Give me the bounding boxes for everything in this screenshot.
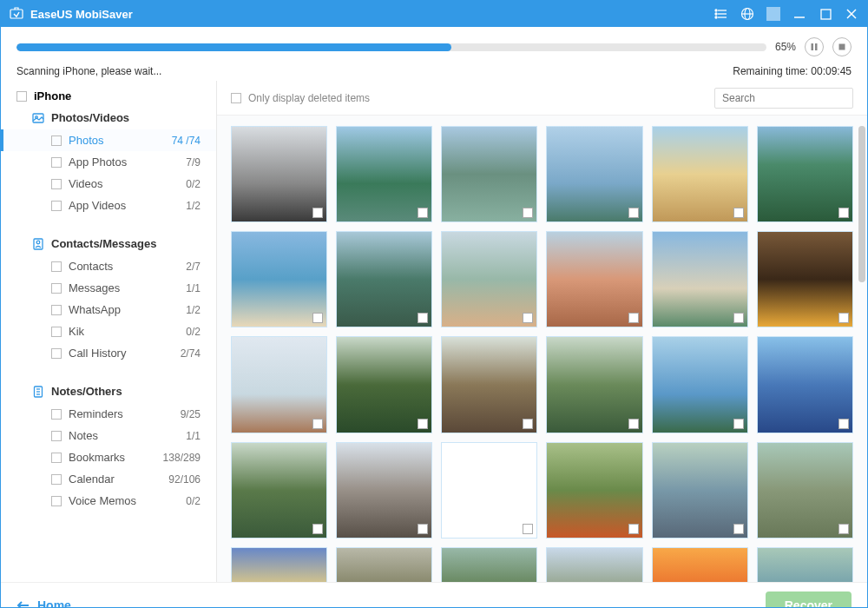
photo-thumbnail[interactable]: [441, 126, 537, 222]
photo-thumbnail[interactable]: [231, 126, 327, 222]
sidebar-item-notes[interactable]: Notes1/1: [1, 425, 216, 446]
checkbox[interactable]: [51, 431, 62, 441]
sidebar-item-bookmarks[interactable]: Bookmarks138/289: [1, 446, 216, 468]
globe-icon[interactable]: [740, 7, 754, 21]
checkbox[interactable]: [51, 474, 62, 485]
photo-thumbnail[interactable]: [757, 547, 853, 582]
photo-thumbnail[interactable]: [652, 126, 748, 222]
sidebar-item-contacts[interactable]: Contacts2/7: [1, 255, 216, 277]
photo-thumbnail[interactable]: [231, 442, 327, 539]
sidebar-item-photos[interactable]: Photos74 /74: [1, 129, 216, 151]
category-photos-videos[interactable]: Photos/Videos: [1, 106, 216, 129]
photo-thumbnail[interactable]: [757, 336, 853, 433]
thumbnail-checkbox[interactable]: [838, 419, 849, 429]
category-contacts-messages[interactable]: Contacts/Messages: [1, 232, 216, 255]
checkbox[interactable]: [51, 453, 62, 463]
thumbnail-checkbox[interactable]: [838, 524, 849, 534]
sidebar-item-videos[interactable]: Videos0/2: [1, 173, 216, 195]
photo-thumbnail[interactable]: [441, 336, 537, 433]
photo-thumbnail[interactable]: [757, 126, 853, 222]
recover-button[interactable]: Recover: [766, 591, 852, 609]
minimize-button[interactable]: [792, 7, 806, 21]
photo-thumbnail[interactable]: [336, 231, 432, 327]
thumbnail-checkbox[interactable]: [523, 313, 533, 323]
tree-root-iphone[interactable]: iPhone: [1, 86, 216, 106]
thumbnail-checkbox[interactable]: [733, 419, 744, 429]
photo-thumbnail[interactable]: [546, 231, 642, 327]
sidebar-item-call-history[interactable]: Call History2/74: [1, 342, 216, 364]
thumbnail-checkbox[interactable]: [312, 208, 323, 218]
photo-thumbnail[interactable]: [652, 547, 748, 582]
thumbnail-checkbox[interactable]: [523, 208, 533, 218]
photo-thumbnail[interactable]: [757, 442, 853, 539]
sidebar-item-reminders[interactable]: Reminders9/25: [1, 403, 216, 425]
pause-button[interactable]: [805, 37, 824, 56]
thumbnail-checkbox[interactable]: [733, 524, 744, 534]
sidebar-item-kik[interactable]: Kik0/2: [1, 321, 216, 342]
thumbnail-checkbox[interactable]: [523, 419, 533, 429]
thumbnail-checkbox[interactable]: [418, 524, 428, 534]
checkbox[interactable]: [51, 179, 62, 189]
checkbox[interactable]: [51, 305, 62, 315]
photo-thumbnail[interactable]: [441, 442, 537, 539]
checkbox[interactable]: [51, 348, 62, 359]
checkbox[interactable]: [51, 327, 62, 337]
photo-thumbnail[interactable]: [336, 547, 432, 582]
photo-thumbnail[interactable]: [441, 231, 537, 327]
only-deleted-checkbox[interactable]: [231, 93, 241, 103]
photo-thumbnail[interactable]: [652, 442, 748, 539]
thumbnail-checkbox[interactable]: [628, 208, 639, 218]
close-button[interactable]: [845, 7, 858, 21]
maximize-button[interactable]: [819, 7, 832, 21]
category-notes-others[interactable]: Notes/Others: [1, 380, 216, 403]
thumbnail-checkbox[interactable]: [523, 524, 533, 534]
photo-thumbnail[interactable]: [336, 442, 432, 539]
photo-thumbnail[interactable]: [336, 126, 432, 222]
photo-thumbnail[interactable]: [546, 126, 642, 222]
thumbnail-checkbox[interactable]: [418, 208, 428, 218]
checkbox[interactable]: [51, 283, 62, 294]
thumbnail-checkbox[interactable]: [733, 313, 744, 323]
thumbnail-checkbox[interactable]: [628, 313, 639, 323]
thumbnail-checkbox[interactable]: [628, 419, 639, 429]
sidebar-item-app-videos[interactable]: App Videos1/2: [1, 195, 216, 216]
checkbox[interactable]: [51, 261, 62, 272]
sidebar-item-app-photos[interactable]: App Photos7/9: [1, 151, 216, 173]
photo-thumbnail[interactable]: [757, 231, 853, 327]
thumbnail-checkbox[interactable]: [733, 208, 744, 218]
checkbox[interactable]: [51, 496, 62, 506]
checkbox[interactable]: [51, 409, 62, 420]
sidebar-item-calendar[interactable]: Calendar92/106: [1, 468, 216, 490]
home-link[interactable]: Home: [16, 598, 71, 609]
thumbnail-checkbox[interactable]: [312, 313, 323, 323]
thumbnail-checkbox[interactable]: [838, 313, 849, 323]
photo-thumbnail[interactable]: [231, 547, 327, 582]
thumbnail-checkbox[interactable]: [838, 208, 849, 218]
thumbnail-checkbox[interactable]: [418, 313, 428, 323]
photo-thumbnail[interactable]: [441, 547, 537, 582]
search-input[interactable]: [714, 88, 853, 109]
sidebar-item-messages[interactable]: Messages1/1: [1, 277, 216, 299]
sidebar-item-voice-memos[interactable]: Voice Memos0/2: [1, 490, 216, 512]
photo-thumbnail[interactable]: [231, 231, 327, 327]
sidebar-item-whatsapp[interactable]: WhatsApp1/2: [1, 299, 216, 321]
photo-thumbnail[interactable]: [546, 442, 642, 539]
thumbnail-checkbox[interactable]: [312, 419, 323, 429]
thumbnail-checkbox[interactable]: [418, 419, 428, 429]
stop-button[interactable]: [832, 37, 852, 56]
photo-thumbnail[interactable]: [652, 231, 748, 327]
photo-thumbnail[interactable]: [652, 336, 748, 433]
photo-thumbnail[interactable]: [336, 336, 432, 433]
photo-thumbnail[interactable]: [546, 336, 642, 433]
checkbox[interactable]: [51, 157, 62, 168]
checkbox[interactable]: [51, 135, 62, 146]
photo-thumbnail[interactable]: [231, 336, 327, 433]
thumbnail-checkbox[interactable]: [628, 524, 639, 534]
checkbox[interactable]: [51, 201, 62, 211]
separator: [766, 7, 780, 21]
list-icon[interactable]: [714, 7, 728, 21]
scrollbar[interactable]: [858, 126, 865, 282]
thumbnail-checkbox[interactable]: [312, 524, 323, 534]
checkbox[interactable]: [16, 91, 27, 102]
photo-thumbnail[interactable]: [546, 547, 642, 582]
